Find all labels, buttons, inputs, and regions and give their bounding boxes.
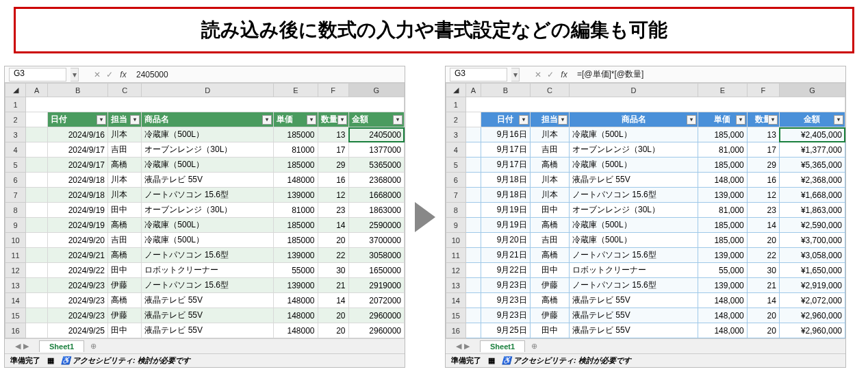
cell-A[interactable] — [26, 293, 48, 308]
cell-product[interactable]: ロボットクリーナー — [569, 263, 698, 278]
formula-confirm-icon[interactable]: ✓ — [103, 70, 116, 79]
cell-product[interactable]: ノートパソコン 15.6型 — [142, 278, 274, 293]
cell-unit[interactable]: 185000 — [274, 218, 318, 233]
cell-date[interactable]: 2024/9/23 — [48, 308, 108, 323]
cell-amount[interactable]: ¥2,405,000 — [779, 127, 845, 142]
cell-unit[interactable]: 148,000 — [698, 293, 748, 308]
formula-confirm-icon[interactable]: ✓ — [544, 70, 557, 79]
cell-A[interactable] — [26, 308, 48, 323]
cell-A[interactable] — [26, 278, 48, 293]
cell-A[interactable] — [26, 248, 48, 263]
row-5[interactable]: 5 — [5, 158, 26, 173]
cell-tantou[interactable]: 伊藤 — [530, 278, 569, 293]
row-14[interactable]: 14 — [446, 293, 466, 308]
cell-unit[interactable]: 148000 — [274, 323, 318, 338]
hdr-date[interactable]: 日付▾ — [48, 112, 108, 127]
cell-qty[interactable]: 23 — [747, 203, 779, 218]
cell-amount[interactable]: 2960000 — [348, 323, 405, 338]
select-all-corner[interactable]: ◢ — [446, 84, 466, 97]
cell-tantou[interactable]: 高橋 — [530, 293, 569, 308]
cell-A[interactable] — [26, 203, 48, 218]
cell-date[interactable]: 2024/9/25 — [48, 323, 108, 338]
name-box[interactable]: G3 — [450, 68, 507, 81]
cell-product[interactable]: ノートパソコン 15.6型 — [569, 248, 698, 263]
cell-A[interactable] — [26, 142, 48, 158]
tab-nav-prev-icon[interactable]: ◀ ▶ — [446, 342, 480, 351]
hdr-tantou[interactable]: 担当▾ — [108, 112, 142, 127]
cell-qty[interactable]: 20 — [318, 323, 348, 338]
hdr-unit[interactable]: 単価▾ — [698, 112, 748, 127]
cell-tantou[interactable]: 高橋 — [530, 158, 569, 173]
cell-amount[interactable]: ¥3,700,000 — [779, 233, 845, 248]
cell-A[interactable] — [465, 308, 481, 323]
sheet-tab[interactable]: Sheet1 — [480, 340, 525, 352]
cell-unit[interactable]: 55,000 — [698, 263, 748, 278]
cell-product[interactable]: ノートパソコン 15.6型 — [569, 278, 698, 293]
cell-product[interactable]: 冷蔵庫（500L） — [142, 158, 274, 173]
hdr-qty[interactable]: 数量▾ — [747, 112, 779, 127]
cell-product[interactable]: ノートパソコン 15.6型 — [569, 188, 698, 203]
row-14[interactable]: 14 — [5, 293, 26, 308]
cell-unit[interactable]: 139,000 — [698, 248, 748, 263]
cell-qty[interactable]: 29 — [318, 158, 348, 173]
col-G[interactable]: G — [779, 84, 845, 97]
cell-tantou[interactable]: 川本 — [108, 188, 142, 203]
cell-unit[interactable]: 139000 — [274, 248, 318, 263]
formula-bar[interactable]: =[@単価]*[@数量] — [572, 68, 845, 80]
cell-amount[interactable]: 2405000 — [348, 127, 405, 142]
cell-tantou[interactable]: 伊藤 — [108, 308, 142, 323]
cell-A[interactable] — [465, 142, 481, 158]
row-1[interactable]: 1 — [446, 97, 466, 112]
cell-qty[interactable]: 20 — [318, 308, 348, 323]
filter-icon[interactable]: ▾ — [130, 115, 140, 125]
cell-amount[interactable]: ¥2,960,000 — [779, 308, 845, 323]
cell-unit[interactable]: 185,000 — [698, 127, 748, 142]
filter-icon[interactable]: ▾ — [262, 115, 272, 125]
cell-A[interactable] — [26, 323, 48, 338]
col-C[interactable]: C — [530, 84, 569, 97]
row-13[interactable]: 13 — [446, 278, 466, 293]
cell-qty[interactable]: 17 — [747, 142, 779, 158]
row-7[interactable]: 7 — [446, 188, 466, 203]
cell-tantou[interactable]: 伊藤 — [108, 278, 142, 293]
cell-unit[interactable]: 148,000 — [698, 323, 748, 338]
select-all-corner[interactable]: ◢ — [5, 84, 26, 97]
cell-A[interactable] — [465, 188, 481, 203]
cell-unit[interactable]: 81000 — [274, 203, 318, 218]
cell-A[interactable] — [465, 293, 481, 308]
fx-icon[interactable]: fx — [116, 70, 131, 79]
row-9[interactable]: 9 — [5, 218, 26, 233]
cell-product[interactable]: 液晶テレビ 55V — [569, 173, 698, 188]
cell-unit[interactable]: 139,000 — [698, 278, 748, 293]
cell-date[interactable]: 9月16日 — [481, 127, 531, 142]
cell-product[interactable]: 液晶テレビ 55V — [569, 293, 698, 308]
cell-tantou[interactable]: 田中 — [530, 203, 569, 218]
cell-tantou[interactable]: 高橋 — [530, 218, 569, 233]
namebox-dropdown-icon[interactable]: ▾ — [511, 68, 520, 81]
col-A[interactable]: A — [26, 84, 48, 97]
cell-date[interactable]: 2024/9/21 — [48, 248, 108, 263]
cell-amount[interactable]: 3058000 — [348, 248, 405, 263]
cell-amount[interactable]: 1668000 — [348, 188, 405, 203]
cell-amount[interactable]: ¥1,668,000 — [779, 188, 845, 203]
cell-unit[interactable]: 81,000 — [698, 142, 748, 158]
row-3[interactable]: 3 — [446, 127, 466, 142]
cell-unit[interactable]: 139000 — [274, 188, 318, 203]
cell-A[interactable] — [465, 203, 481, 218]
cell-qty[interactable]: 23 — [318, 203, 348, 218]
cell-date[interactable]: 2024/9/23 — [48, 278, 108, 293]
cell-qty[interactable]: 14 — [747, 293, 779, 308]
cell-qty[interactable]: 22 — [747, 248, 779, 263]
cell-date[interactable]: 9月18日 — [481, 188, 531, 203]
cell-tantou[interactable]: 田中 — [108, 323, 142, 338]
row-4[interactable]: 4 — [446, 142, 466, 158]
cell-A[interactable] — [26, 218, 48, 233]
cell-product[interactable]: ノートパソコン 15.6型 — [142, 188, 274, 203]
row-2[interactable]: 2 — [5, 112, 26, 127]
cell-unit[interactable]: 139000 — [274, 278, 318, 293]
cell-product[interactable]: ノートパソコン 15.6型 — [142, 248, 274, 263]
cell-date[interactable]: 9月19日 — [481, 218, 531, 233]
cell-tantou[interactable]: 川本 — [530, 173, 569, 188]
row-6[interactable]: 6 — [5, 173, 26, 188]
cell-unit[interactable]: 185000 — [274, 233, 318, 248]
